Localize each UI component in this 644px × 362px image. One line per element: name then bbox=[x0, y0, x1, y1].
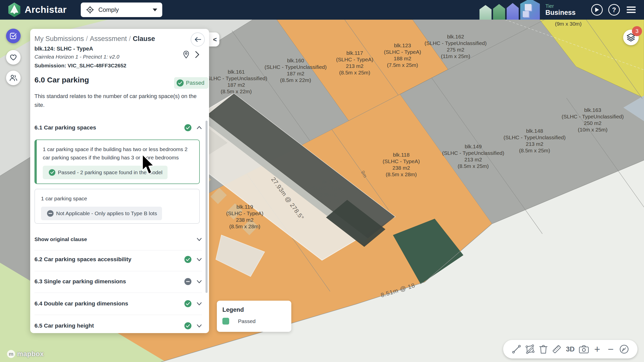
check-circle-icon bbox=[177, 79, 184, 86]
section-title: 6.1 Car parking spaces bbox=[34, 124, 96, 131]
tier-label: Tier bbox=[545, 3, 576, 9]
mapbox-icon: m bbox=[7, 350, 15, 358]
rule-result-na: Not Applicable - Only applies to Type B … bbox=[41, 207, 162, 220]
breadcrumb-assessment[interactable]: Assessment bbox=[90, 35, 127, 42]
screenshot-button[interactable] bbox=[578, 343, 590, 355]
chevron-up-icon[interactable] bbox=[196, 124, 203, 131]
legend-item-label: Passed bbox=[238, 318, 256, 324]
chevron-down-icon bbox=[196, 236, 203, 243]
chevron-down-icon bbox=[196, 300, 203, 307]
check-circle-icon bbox=[184, 300, 191, 307]
chevron-down-icon bbox=[196, 323, 203, 329]
next-clause-button[interactable] bbox=[192, 50, 202, 60]
section-title: 6.5 Car parking height bbox=[34, 323, 94, 329]
legend-title: Legend bbox=[222, 306, 286, 313]
section-row-6-4[interactable]: 6.4 Double car parking dimensions bbox=[34, 297, 203, 311]
chevron-left-icon: < bbox=[213, 36, 217, 43]
product-selector-value: Comply bbox=[98, 6, 119, 13]
lot-label: blk.123(SLHC - TypeA)188 m2(7.5m x 25m) bbox=[384, 42, 421, 68]
rule-result-text: Not Applicable - Only applies to Type B … bbox=[56, 210, 157, 216]
assessment-panel: My Submissions/Assessment/Clause blk.124… bbox=[30, 29, 209, 333]
project-name: Cairnlea Horizon 1 - Precinct 1: v2.0 bbox=[34, 54, 119, 60]
top-navbar: Archistar Comply Tier Business bbox=[0, 0, 644, 20]
section-title: 6.3 Single car parking dimensions bbox=[34, 278, 126, 285]
lot-label: blk.161(SLHC - TypeUnclassified)187 m2(8… bbox=[205, 69, 267, 95]
clause-status-text: Passed bbox=[186, 80, 204, 86]
help-button[interactable]: ? bbox=[608, 4, 620, 16]
arrow-left-icon bbox=[194, 36, 201, 42]
zoom-out-button[interactable]: − bbox=[605, 343, 617, 355]
submission-id: Submission: VIC_SLHC-48FF3C2652 bbox=[34, 63, 126, 69]
people-icon bbox=[9, 74, 17, 82]
toggle-3d-button[interactable]: 3D bbox=[564, 343, 576, 355]
favorites-button[interactable] bbox=[6, 50, 21, 65]
back-button[interactable] bbox=[191, 32, 205, 47]
rule-card-na: 1 car parking space Not Applicable - Onl… bbox=[34, 189, 200, 224]
comply-target-icon bbox=[86, 6, 94, 14]
check-circle-icon bbox=[184, 322, 191, 329]
mouse-cursor bbox=[142, 154, 156, 175]
minus-circle-icon bbox=[184, 278, 191, 285]
tutorial-play-button[interactable] bbox=[591, 4, 603, 16]
breadcrumb-clause: Clause bbox=[133, 35, 155, 42]
product-selector-dropdown[interactable]: Comply bbox=[81, 3, 162, 17]
tier-badge-graphic bbox=[479, 0, 540, 20]
chevron-right-icon bbox=[195, 51, 200, 58]
divider bbox=[34, 271, 202, 271]
minus-circle-icon bbox=[47, 210, 54, 217]
section-title: 6.2 Car parking spaces accessibility bbox=[34, 256, 131, 263]
rule-text: 1 car parking space if the building has … bbox=[37, 140, 199, 162]
check-circle-icon bbox=[49, 169, 55, 176]
breadcrumb: My Submissions/Assessment/Clause bbox=[34, 35, 155, 43]
section-row-6-5[interactable]: 6.5 Car parking height bbox=[34, 319, 203, 333]
check-circle-icon bbox=[184, 124, 191, 131]
panel-scrollbar[interactable] bbox=[206, 121, 208, 293]
breadcrumb-my-submissions[interactable]: My Submissions bbox=[34, 35, 84, 42]
rule-card-passed: 1 car parking space if the building has … bbox=[34, 140, 200, 184]
lot-label: blk.149(SLHC - TypeUnclassified)213 m2(8… bbox=[442, 143, 504, 169]
mapbox-attribution[interactable]: m mapbox bbox=[7, 350, 44, 358]
check-circle-icon bbox=[184, 256, 191, 263]
menu-hamburger-button[interactable] bbox=[625, 4, 637, 16]
archistar-logo-icon[interactable] bbox=[8, 3, 21, 17]
lot-label: blk.148(SLHC - TypeUnclassified)213 m2(8… bbox=[503, 128, 566, 154]
chevron-down-icon bbox=[153, 9, 157, 11]
lot-label: blk.160(SLHC - TypeUnclassified)187 m2(8… bbox=[264, 57, 327, 83]
divider bbox=[34, 250, 202, 250]
measure-area-tool[interactable] bbox=[524, 343, 536, 355]
lot-label: blk.117(SLHC - TypeA)213 m2(8.5m x 25m) bbox=[336, 50, 373, 76]
team-button[interactable] bbox=[6, 71, 21, 85]
check-square-icon bbox=[10, 32, 17, 40]
locate-on-map-button[interactable] bbox=[181, 50, 191, 60]
section-row-6-2[interactable]: 6.2 Car parking spaces accessibility bbox=[34, 252, 203, 266]
lot-label: blk.163(SLHC - TypeUnclassified)250 m2(1… bbox=[561, 107, 624, 133]
section-title: 6.4 Double car parking dimensions bbox=[34, 300, 128, 307]
section-row-6-3[interactable]: 6.3 Single car parking dimensions bbox=[34, 275, 203, 289]
show-original-label: Show original clause bbox=[34, 236, 87, 242]
map-legend: Legend Passed bbox=[217, 301, 291, 332]
show-original-clause-toggle[interactable]: Show original clause bbox=[34, 233, 203, 246]
map-pin-icon bbox=[183, 51, 190, 59]
block-title: blk.124: SLHC - TypeA bbox=[34, 46, 93, 52]
chevron-down-icon bbox=[196, 256, 203, 263]
clause-status-badge: Passed bbox=[174, 77, 208, 89]
map-toolbar: 3D + − bbox=[503, 340, 637, 358]
divider bbox=[34, 315, 202, 315]
heart-icon bbox=[10, 54, 17, 61]
ruler-tool[interactable] bbox=[551, 343, 563, 355]
compass-button[interactable] bbox=[618, 343, 630, 355]
assessments-button[interactable] bbox=[6, 29, 21, 43]
measure-line-tool[interactable] bbox=[510, 343, 522, 355]
tier-value: Business bbox=[545, 9, 576, 16]
legend-item-passed: Passed bbox=[222, 318, 286, 325]
brand-name: Archistar bbox=[25, 5, 67, 15]
zoom-in-button[interactable]: + bbox=[591, 343, 603, 355]
section-row-6-1[interactable]: 6.1 Car parking spaces bbox=[34, 121, 203, 135]
delete-tool[interactable] bbox=[537, 343, 549, 355]
chevron-down-icon bbox=[196, 278, 203, 285]
panel-collapse-button[interactable]: < bbox=[209, 32, 219, 47]
divider bbox=[34, 293, 202, 293]
rule-text: 1 car parking space bbox=[35, 189, 199, 203]
lot-label: blk.119(SLHC - TypeA)238 m2(8.5m x 28m) bbox=[226, 204, 263, 230]
clause-description: This standard relates to the number of c… bbox=[34, 92, 203, 109]
